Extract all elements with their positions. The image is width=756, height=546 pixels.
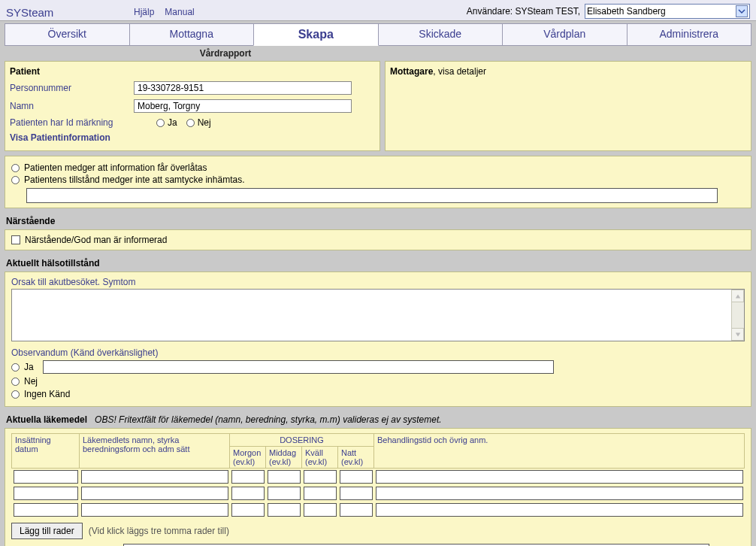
add-rows-button[interactable]: Lägg till rader xyxy=(11,523,83,539)
help-link[interactable]: Hjälp xyxy=(134,7,154,17)
chevron-down-icon xyxy=(736,5,748,17)
user-label: Användare: SYSteam TEST, xyxy=(467,6,580,17)
med-notes-input[interactable] xyxy=(376,470,743,484)
health-pane: Orsak till akutbesöket. Symtom Observand… xyxy=(5,271,751,407)
meds-pane: Insättning datum Läkemedlets namn, styrk… xyxy=(5,428,751,546)
meds-table: Insättning datum Läkemedlets namn, styrk… xyxy=(11,433,745,518)
med-natt-input[interactable] xyxy=(340,487,373,500)
tab-oversikt[interactable]: Översikt xyxy=(5,23,130,46)
med-kvall-input[interactable] xyxy=(304,470,337,484)
med-name-input[interactable] xyxy=(81,503,228,517)
med-middag-input[interactable] xyxy=(268,503,301,517)
meds-title: Aktuella läkemedel OBS! Fritextfält för … xyxy=(0,411,756,428)
med-date-input[interactable] xyxy=(14,503,78,517)
consent-pane: Patienten medger att information får öve… xyxy=(5,156,751,208)
med-middag-input[interactable] xyxy=(268,487,301,500)
name-input[interactable] xyxy=(134,99,352,113)
consent-opt1-radio[interactable] xyxy=(11,164,20,172)
col-morgon: Morgon (ev.kl) xyxy=(230,447,266,469)
personnummer-input[interactable] xyxy=(134,81,352,95)
tab-vardplan[interactable]: Vårdplan xyxy=(502,23,627,46)
med-notes-input[interactable] xyxy=(376,503,743,517)
med-morgon-input[interactable] xyxy=(231,487,265,500)
col-notes: Behandlingstid och övrig anm. xyxy=(374,434,745,469)
user-select-value: Elisabeth Sandberg xyxy=(587,6,666,17)
patient-pane: Patient Personnummer Namn Patienten har … xyxy=(5,61,380,151)
col-middag: Middag (ev.kl) xyxy=(266,447,302,469)
obs-ja-radio[interactable] xyxy=(11,363,20,372)
patient-title: Patient xyxy=(10,66,375,77)
relative-informed-label: Närstående/God man är informerad xyxy=(25,235,167,245)
col-dosering: DOSERING xyxy=(230,434,374,447)
med-notes-input[interactable] xyxy=(376,487,743,500)
consent-opt2-label: Patientens tillstånd medger inte att sam… xyxy=(24,174,244,185)
col-kvall: Kväll (ev.kl) xyxy=(302,447,338,469)
brand: SYSteam xyxy=(6,6,134,19)
relative-informed-checkbox[interactable] xyxy=(11,235,20,244)
med-name-input[interactable] xyxy=(81,470,228,484)
personnummer-label: Personnummer xyxy=(10,83,134,93)
tab-administrera[interactable]: Administrera xyxy=(627,23,752,46)
idmark-no-radio[interactable] xyxy=(186,119,195,127)
table-row xyxy=(12,469,745,486)
scroll-down-icon[interactable] xyxy=(731,328,744,341)
obs-ja-label: Ja xyxy=(24,362,34,372)
med-date-input[interactable] xyxy=(14,487,78,500)
top-bar: SYSteam Hjälp Manual Användare: SYSteam … xyxy=(0,0,756,21)
tab-skapa[interactable]: Skapa xyxy=(253,23,379,46)
med-kvall-input[interactable] xyxy=(304,503,337,517)
obs-ingen-label: Ingen Känd xyxy=(24,389,70,399)
tabs: Översikt Mottagna Skapa Skickade Vårdpla… xyxy=(0,21,756,46)
recipient-title: Mottagare, visa detaljer xyxy=(390,66,746,77)
idmark-yes-radio[interactable] xyxy=(156,119,165,127)
obs-nej-label: Nej xyxy=(24,376,38,387)
col-date: Insättning datum xyxy=(12,434,80,469)
idmark-label: Patienten har Id märkning xyxy=(10,117,134,128)
add-rows-hint: (Vid klick läggs tre tomma rader till) xyxy=(89,526,229,536)
user-select[interactable]: Elisabeth Sandberg xyxy=(585,4,750,19)
table-row xyxy=(12,485,745,502)
consent-opt1-label: Patienten medger att information får öve… xyxy=(24,162,207,173)
sub-header: Vårdrapport xyxy=(113,46,338,61)
consent-opt2-radio[interactable] xyxy=(11,176,20,184)
recipient-pane: Mottagare, visa detaljer xyxy=(385,61,751,151)
tab-skickade[interactable]: Skickade xyxy=(378,23,503,46)
med-natt-input[interactable] xyxy=(340,470,373,484)
obs-label: Observandum (Känd överkänslighet) xyxy=(11,347,745,358)
med-natt-input[interactable] xyxy=(340,503,373,517)
med-morgon-input[interactable] xyxy=(231,470,265,484)
manual-link[interactable]: Manual xyxy=(165,7,194,17)
med-kvall-input[interactable] xyxy=(304,487,337,500)
consent-text-input[interactable] xyxy=(26,188,718,203)
relative-pane: Närstående/God man är informerad xyxy=(5,229,751,250)
cause-textarea[interactable] xyxy=(11,289,745,341)
health-title: Aktuellt hälsotillstånd xyxy=(0,255,756,271)
obs-ja-input[interactable] xyxy=(43,360,554,374)
obs-ingen-radio[interactable] xyxy=(11,390,20,399)
top-links: Hjälp Manual xyxy=(134,7,195,19)
relative-title: Närstående xyxy=(0,213,756,229)
cause-label: Orsak till akutbesöket. Symtom xyxy=(11,277,745,287)
tab-mottagna[interactable]: Mottagna xyxy=(129,23,255,46)
idmark-no-label: Nej xyxy=(198,117,211,128)
show-patient-info-link[interactable]: Visa Patientinformation xyxy=(10,132,110,143)
med-morgon-input[interactable] xyxy=(231,503,265,517)
med-date-input[interactable] xyxy=(14,470,78,484)
med-name-input[interactable] xyxy=(81,487,228,500)
scrollbar[interactable] xyxy=(731,290,744,341)
idmark-yes-label: Ja xyxy=(168,117,177,128)
col-name: Läkemedlets namn, styrka beredningsform … xyxy=(80,434,230,469)
table-row xyxy=(12,502,745,518)
col-natt: Natt (ev.kl) xyxy=(338,447,374,469)
med-middag-input[interactable] xyxy=(268,470,301,484)
obs-nej-radio[interactable] xyxy=(11,378,20,386)
name-label: Namn xyxy=(10,101,134,111)
scroll-up-icon[interactable] xyxy=(731,290,744,302)
